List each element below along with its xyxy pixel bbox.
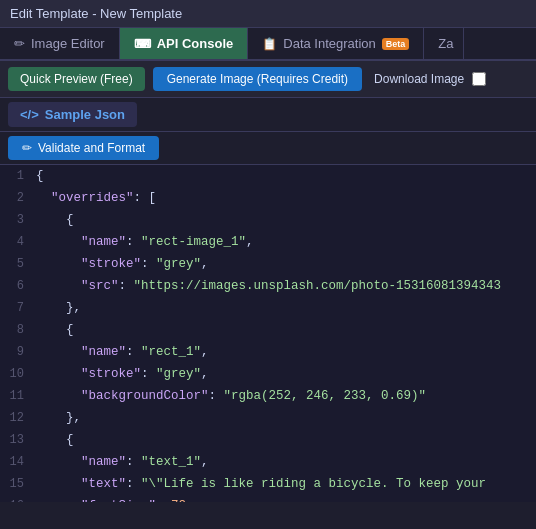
line-code: "name": "text_1",: [32, 451, 536, 473]
line-number: 3: [0, 209, 32, 231]
title-bar: Edit Template - New Template: [0, 0, 536, 28]
line-code: "backgroundColor": "rgba(252, 246, 233, …: [32, 385, 536, 407]
line-code: "stroke": "grey",: [32, 363, 536, 385]
line-code: },: [32, 407, 536, 429]
code-line: 4 "name": "rect-image_1",: [0, 231, 536, 253]
tab-bar: ✏ Image Editor ⌨ API Console 📋 Data Inte…: [0, 28, 536, 61]
code-line: 13 {: [0, 429, 536, 451]
line-number: 2: [0, 187, 32, 209]
line-code: {: [32, 165, 536, 187]
beta-badge: Beta: [382, 38, 410, 50]
tab-za[interactable]: Za: [424, 28, 464, 59]
validate-bar: ✏ Validate and Format: [0, 132, 536, 165]
line-number: 14: [0, 451, 32, 473]
data-integration-icon: 📋: [262, 37, 277, 51]
line-code: "fontSize": 72,: [32, 495, 536, 502]
code-line: 11 "backgroundColor": "rgba(252, 246, 23…: [0, 385, 536, 407]
line-code: {: [32, 209, 536, 231]
api-console-icon: ⌨: [134, 37, 151, 51]
line-number: 9: [0, 341, 32, 363]
code-line: 9 "name": "rect_1",: [0, 341, 536, 363]
line-number: 5: [0, 253, 32, 275]
code-line: 8 {: [0, 319, 536, 341]
quick-preview-button[interactable]: Quick Preview (Free): [8, 67, 145, 91]
code-line: 3 {: [0, 209, 536, 231]
line-number: 16: [0, 495, 32, 502]
download-label: Download Image: [374, 72, 464, 86]
line-code: "overrides": [: [32, 187, 536, 209]
code-line: 6 "src": "https://images.unsplash.com/ph…: [0, 275, 536, 297]
generate-image-button[interactable]: Generate Image (Requires Credit): [153, 67, 362, 91]
code-editor[interactable]: 1{2 "overrides": [3 {4 "name": "rect-ima…: [0, 165, 536, 502]
line-number: 7: [0, 297, 32, 319]
line-number: 4: [0, 231, 32, 253]
code-line: 2 "overrides": [: [0, 187, 536, 209]
tab-image-editor[interactable]: ✏ Image Editor: [0, 28, 120, 59]
tab-data-integration[interactable]: 📋 Data Integration Beta: [248, 28, 424, 59]
line-code: "name": "rect-image_1",: [32, 231, 536, 253]
line-code: "stroke": "grey",: [32, 253, 536, 275]
code-line: 1{: [0, 165, 536, 187]
validate-label: Validate and Format: [38, 141, 145, 155]
code-line: 14 "name": "text_1",: [0, 451, 536, 473]
line-number: 1: [0, 165, 32, 187]
line-number: 15: [0, 473, 32, 495]
line-number: 6: [0, 275, 32, 297]
line-number: 13: [0, 429, 32, 451]
line-number: 8: [0, 319, 32, 341]
code-line: 16 "fontSize": 72,: [0, 495, 536, 502]
tab-za-label: Za: [438, 36, 453, 51]
code-line: 10 "stroke": "grey",: [0, 363, 536, 385]
line-number: 10: [0, 363, 32, 385]
title-text: Edit Template - New Template: [10, 6, 182, 21]
line-number: 11: [0, 385, 32, 407]
code-line: 5 "stroke": "grey",: [0, 253, 536, 275]
validate-format-button[interactable]: ✏ Validate and Format: [8, 136, 159, 160]
image-editor-icon: ✏: [14, 36, 25, 51]
validate-icon: ✏: [22, 141, 32, 155]
sample-json-label: Sample Json: [45, 107, 125, 122]
line-code: "src": "https://images.unsplash.com/phot…: [32, 275, 536, 297]
code-line: 7 },: [0, 297, 536, 319]
tab-api-console-label: API Console: [157, 36, 234, 51]
download-checkbox[interactable]: [472, 72, 486, 86]
code-line: 12 },: [0, 407, 536, 429]
code-line: 15 "text": "\"Life is like riding a bicy…: [0, 473, 536, 495]
tab-image-editor-label: Image Editor: [31, 36, 105, 51]
action-bar: Quick Preview (Free) Generate Image (Req…: [0, 61, 536, 98]
line-number: 12: [0, 407, 32, 429]
sample-json-button[interactable]: </> Sample Json: [8, 102, 137, 127]
tab-data-integration-label: Data Integration: [283, 36, 376, 51]
line-code: },: [32, 297, 536, 319]
line-code: "name": "rect_1",: [32, 341, 536, 363]
line-code: {: [32, 319, 536, 341]
json-header: </> Sample Json: [0, 98, 536, 132]
code-icon: </>: [20, 107, 39, 122]
line-code: "text": "\"Life is like riding a bicycle…: [32, 473, 536, 495]
line-code: {: [32, 429, 536, 451]
tab-api-console[interactable]: ⌨ API Console: [120, 28, 249, 59]
